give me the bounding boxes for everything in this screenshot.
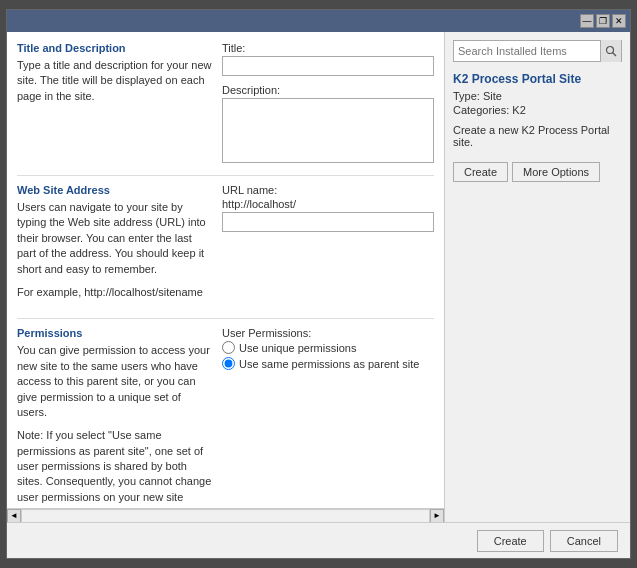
hscroll-right-arrow[interactable]: ►: [430, 509, 444, 523]
permission-unique-label: Use unique permissions: [239, 342, 356, 354]
web-address-left: Web Site Address Users can navigate to y…: [17, 184, 212, 308]
right-panel: K2 Process Portal Site Type: Site Catego…: [445, 32, 630, 522]
main-window: — ❐ ✕ Title and Description Type a title…: [6, 9, 631, 559]
horizontal-scrollbar[interactable]: ◄ ►: [7, 508, 444, 522]
search-icon: [605, 45, 617, 57]
title-bar: — ❐ ✕: [7, 10, 630, 32]
restore-button[interactable]: ❐: [596, 14, 610, 28]
permission-unique-radio[interactable]: [222, 341, 235, 354]
web-address-desc1: Users can navigate to your site by typin…: [17, 200, 212, 277]
permissions-section: Permissions You can give permission to a…: [17, 327, 434, 508]
url-name-label: URL name:: [222, 184, 434, 196]
left-panel: Title and Description Type a title and d…: [7, 32, 445, 522]
scroll-content[interactable]: Title and Description Type a title and d…: [7, 32, 444, 508]
url-prefix: http://localhost/: [222, 198, 434, 210]
title-desc-heading: Title and Description: [17, 42, 212, 54]
search-input[interactable]: [454, 45, 600, 57]
divider-2: [17, 318, 434, 319]
content-area: Title and Description Type a title and d…: [7, 32, 630, 522]
title-desc-left: Title and Description Type a title and d…: [17, 42, 212, 165]
title-input[interactable]: [222, 56, 434, 76]
title-desc-desc: Type a title and description for your ne…: [17, 58, 212, 104]
right-more-options-button[interactable]: More Options: [512, 162, 600, 182]
description-field-label: Description:: [222, 84, 434, 96]
permissions-radio-group: Use unique permissions Use same permissi…: [222, 341, 434, 370]
description-input[interactable]: [222, 98, 434, 163]
bottom-bar: Create Cancel: [7, 522, 630, 558]
site-title: K2 Process Portal Site: [453, 72, 622, 86]
site-type: Type: Site: [453, 90, 622, 102]
permission-same-label: Use same permissions as parent site: [239, 358, 419, 370]
right-buttons: Create More Options: [453, 162, 622, 182]
site-description: Create a new K2 Process Portal site.: [453, 124, 622, 148]
search-box[interactable]: [453, 40, 622, 62]
title-desc-right: Title: Description:: [222, 42, 434, 165]
permission-same-radio[interactable]: [222, 357, 235, 370]
url-input[interactable]: [222, 212, 434, 232]
create-button[interactable]: Create: [477, 530, 544, 552]
cancel-button[interactable]: Cancel: [550, 530, 618, 552]
divider-1: [17, 175, 434, 176]
search-button[interactable]: [600, 40, 621, 62]
title-field-label: Title:: [222, 42, 434, 54]
title-desc-section: Title and Description Type a title and d…: [17, 42, 434, 165]
hscroll-track[interactable]: [21, 509, 430, 523]
permissions-desc: You can give permission to access your n…: [17, 343, 212, 420]
web-address-section: Web Site Address Users can navigate to y…: [17, 184, 434, 308]
permissions-note: Note: If you select "Use same permission…: [17, 428, 212, 508]
web-address-heading: Web Site Address: [17, 184, 212, 196]
svg-line-1: [613, 53, 617, 57]
permissions-left: Permissions You can give permission to a…: [17, 327, 212, 508]
minimize-button[interactable]: —: [580, 14, 594, 28]
hscroll-left-arrow[interactable]: ◄: [7, 509, 21, 523]
permissions-right: User Permissions: Use unique permissions…: [222, 327, 434, 508]
right-create-button[interactable]: Create: [453, 162, 508, 182]
web-address-right: URL name: http://localhost/: [222, 184, 434, 308]
user-permissions-label: User Permissions:: [222, 327, 434, 339]
svg-point-0: [607, 47, 614, 54]
close-button[interactable]: ✕: [612, 14, 626, 28]
permissions-heading: Permissions: [17, 327, 212, 339]
web-address-desc2: For example, http://localhost/sitename: [17, 285, 212, 300]
permission-same-option[interactable]: Use same permissions as parent site: [222, 357, 434, 370]
permission-unique-option[interactable]: Use unique permissions: [222, 341, 434, 354]
site-categories: Categories: K2: [453, 104, 622, 116]
